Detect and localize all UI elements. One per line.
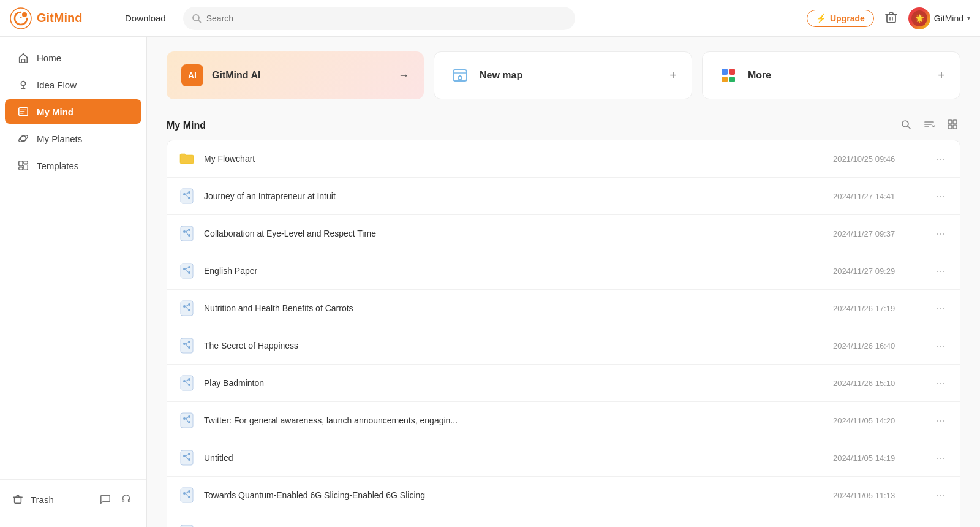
svg-point-64 bbox=[183, 343, 186, 345]
file-more-button[interactable]: ··· bbox=[931, 374, 950, 392]
file-row[interactable]: Collaboration at Eye-Level and Respect T… bbox=[167, 215, 960, 252]
cards-row: AI GitMind AI → New map + bbox=[167, 51, 960, 99]
my-mind-icon bbox=[17, 105, 29, 118]
sidebar-home-label: Home bbox=[37, 53, 61, 63]
svg-point-89 bbox=[188, 490, 190, 493]
chat-icon[interactable] bbox=[97, 491, 113, 509]
trash-icon bbox=[12, 493, 23, 506]
logo-text: GitMind bbox=[37, 11, 82, 25]
svg-point-42 bbox=[188, 197, 190, 199]
upgrade-icon: ⚡ bbox=[816, 13, 826, 23]
sidebar-item-home[interactable]: Home bbox=[5, 45, 141, 70]
file-more-button[interactable]: ··· bbox=[931, 262, 950, 280]
svg-rect-35 bbox=[948, 120, 952, 124]
file-name: My Flowchart bbox=[204, 154, 833, 164]
new-map-card[interactable]: New map + bbox=[434, 51, 692, 99]
sidebar-item-my-mind[interactable]: My Mind bbox=[5, 99, 141, 124]
folder-icon bbox=[177, 149, 197, 169]
file-row[interactable]: My Flowchart2021/10/25 09:46··· bbox=[167, 140, 960, 178]
home-icon bbox=[17, 51, 29, 64]
sidebar-trash-item[interactable]: Trash bbox=[0, 485, 146, 515]
svg-point-47 bbox=[188, 229, 190, 231]
svg-point-58 bbox=[183, 305, 186, 308]
upgrade-button[interactable]: ⚡ Upgrade bbox=[807, 10, 874, 27]
svg-rect-20 bbox=[19, 167, 23, 170]
file-name: Play Badminton bbox=[204, 378, 833, 388]
file-row[interactable]: English Paper2024/11/27 09:29··· bbox=[167, 252, 960, 290]
mind-map-icon bbox=[177, 261, 197, 281]
svg-rect-18 bbox=[19, 161, 23, 166]
new-map-icon bbox=[449, 64, 471, 86]
svg-point-59 bbox=[188, 303, 190, 306]
headset-icon[interactable] bbox=[118, 491, 134, 509]
file-row[interactable]: The Secret of Happiness2024/11/26 16:40·… bbox=[167, 327, 960, 365]
sidebar-idea-flow-label: Idea Flow bbox=[37, 80, 77, 90]
file-name: English Paper bbox=[204, 266, 833, 276]
file-row[interactable]: Nutrition and Health Benefits of Carrots… bbox=[167, 290, 960, 327]
layout-tool-button[interactable] bbox=[944, 116, 960, 135]
new-map-plus-icon: + bbox=[669, 69, 677, 83]
svg-rect-4 bbox=[887, 15, 895, 23]
ai-card-arrow: → bbox=[398, 69, 409, 82]
file-more-button[interactable]: ··· bbox=[931, 225, 950, 243]
file-row[interactable]: Twitter: For general awareness, launch a… bbox=[167, 402, 960, 439]
search-input[interactable] bbox=[206, 13, 567, 23]
ai-card-icon: AI bbox=[181, 64, 203, 86]
topbar-trash-icon[interactable] bbox=[884, 10, 899, 27]
svg-point-53 bbox=[188, 266, 190, 268]
file-more-button[interactable]: ··· bbox=[931, 300, 950, 317]
file-more-button[interactable]: ··· bbox=[931, 487, 950, 504]
my-planets-icon bbox=[17, 132, 29, 145]
file-more-button[interactable]: ··· bbox=[931, 188, 950, 205]
svg-point-60 bbox=[188, 309, 190, 311]
file-row[interactable]: Journey of an Intrapreneur at Intuit2024… bbox=[167, 178, 960, 215]
mind-map-icon bbox=[177, 224, 197, 243]
mind-map-icon bbox=[177, 411, 197, 430]
svg-rect-25 bbox=[129, 499, 130, 502]
file-row[interactable]: Untitled2024/11/05 14:19··· bbox=[167, 439, 960, 477]
sort-tool-button[interactable] bbox=[921, 116, 937, 135]
user-menu[interactable]: 🌟 GitMind ▾ bbox=[908, 7, 970, 29]
file-row[interactable]: Towards Quantum-Enabled 6G Slicing-Enabl… bbox=[167, 477, 960, 514]
file-date: 2024/11/27 09:37 bbox=[833, 229, 931, 238]
svg-point-48 bbox=[188, 234, 190, 237]
file-row[interactable]: Play Badminton2024/11/26 15:10··· bbox=[167, 365, 960, 402]
user-name: GitMind bbox=[934, 13, 963, 23]
sidebar-templates-label: Templates bbox=[37, 161, 78, 171]
trash-label: Trash bbox=[31, 495, 54, 505]
mind-map-icon bbox=[177, 298, 197, 318]
gitmind-ai-card[interactable]: AI GitMind AI → bbox=[167, 51, 424, 99]
file-row[interactable]: Towards Quantum-Enabled 6G Slicing-Enabl… bbox=[167, 514, 960, 527]
logo[interactable]: GitMind bbox=[10, 7, 108, 29]
sidebar-item-idea-flow[interactable]: Idea Flow bbox=[5, 72, 141, 97]
section-header: My Mind bbox=[167, 116, 960, 135]
svg-point-40 bbox=[183, 193, 186, 195]
sidebar-my-mind-label: My Mind bbox=[37, 107, 74, 117]
file-date: 2024/11/27 09:29 bbox=[833, 267, 931, 276]
new-map-label: New map bbox=[480, 70, 522, 81]
file-more-button[interactable]: ··· bbox=[931, 449, 950, 467]
search-icon bbox=[192, 13, 202, 23]
sidebar-item-my-planets[interactable]: My Planets bbox=[5, 126, 141, 151]
file-date: 2024/11/26 15:10 bbox=[833, 379, 931, 388]
mind-map-icon bbox=[177, 186, 197, 206]
svg-point-70 bbox=[183, 380, 186, 382]
topbar: GitMind Download ⚡ Upgrade 🌟 bbox=[0, 0, 980, 37]
more-card[interactable]: More + bbox=[702, 51, 960, 99]
file-date: 2024/11/05 11:13 bbox=[833, 491, 931, 500]
file-date: 2024/11/27 14:41 bbox=[833, 192, 931, 201]
sidebar-item-templates[interactable]: Templates bbox=[5, 153, 141, 178]
svg-point-0 bbox=[10, 8, 31, 29]
file-name: The Secret of Happiness bbox=[204, 341, 833, 351]
search-tool-button[interactable] bbox=[898, 116, 914, 135]
file-more-button[interactable]: ··· bbox=[931, 524, 950, 528]
file-more-button[interactable]: ··· bbox=[931, 412, 950, 430]
svg-point-1 bbox=[22, 12, 27, 17]
file-more-button[interactable]: ··· bbox=[931, 337, 950, 355]
file-name: Towards Quantum-Enabled 6G Slicing-Enabl… bbox=[204, 490, 833, 500]
idea-flow-icon bbox=[17, 78, 29, 91]
download-button[interactable]: Download bbox=[118, 9, 173, 27]
file-more-button[interactable]: ··· bbox=[931, 150, 950, 168]
section-title: My Mind bbox=[167, 120, 206, 131]
file-name: Twitter: For general awareness, launch a… bbox=[204, 415, 833, 425]
